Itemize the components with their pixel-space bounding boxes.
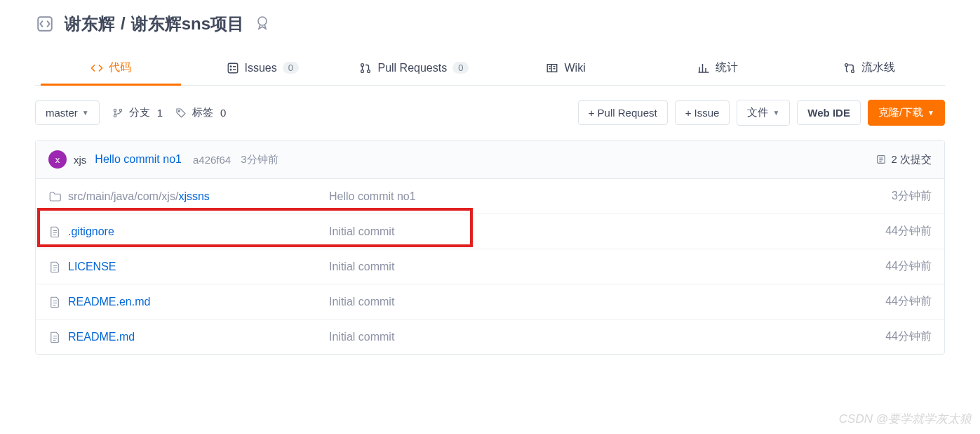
svg-point-6 [361,70,364,72]
new-issue-button[interactable]: + Issue [675,100,730,125]
tab-label: 流水线 [861,60,895,75]
commit-author[interactable]: xjs [74,154,86,166]
repo-name[interactable]: 谢东辉sns项目 [131,13,244,35]
file-name-link[interactable]: LICENSE [68,261,116,273]
file-icon [48,331,61,343]
clone-download-button[interactable]: 克隆/下载 ▼ [868,100,945,126]
svg-point-1 [258,17,267,25]
repo-icon [35,14,55,34]
file-icon [48,261,61,273]
tab-pipeline[interactable]: 流水线 [793,52,945,85]
award-icon[interactable] [254,14,271,34]
tab-label: Pull Requests [377,62,447,74]
repo-title[interactable]: 谢东辉 / 谢东辉sns项目 [65,13,244,35]
file-commit-msg[interactable]: Initial commit [329,296,885,308]
tab-label: 统计 [716,60,738,75]
file-row: .gitignore Initial commit 44分钟前 [36,214,944,249]
svg-point-13 [178,110,180,112]
commit-time: 3分钟前 [241,153,278,166]
svg-point-10 [114,109,116,111]
file-dropdown-button[interactable]: 文件 ▼ [737,100,790,126]
tabs: 代码 Issues 0 Pull Requests 0 Wiki 统计 流水线 [35,52,945,86]
svg-point-3 [230,66,231,67]
tab-label: 代码 [109,60,131,75]
caret-down-icon: ▼ [772,109,779,117]
caret-down-icon: ▼ [927,109,934,117]
file-row: LICENSE Initial commit 44分钟前 [36,249,944,284]
file-commit-msg[interactable]: Initial commit [329,225,885,238]
file-row: README.en.md Initial commit 44分钟前 [36,284,944,320]
title-separator: / [121,14,126,34]
file-panel: x xjs Hello commit no1 a426f64 3分钟前 2 次提… [35,140,945,355]
file-time: 44分钟前 [885,329,932,344]
tag-icon [175,107,187,119]
branch-count-link[interactable]: 分支 1 [112,106,163,119]
file-time: 44分钟前 [885,294,932,309]
tab-stats[interactable]: 统计 [642,52,793,85]
branch-selector[interactable]: master ▼ [35,100,100,125]
file-commit-msg[interactable]: Hello commit no1 [329,190,892,203]
tab-label: Issues [245,62,277,74]
tab-label: Wiki [564,62,585,74]
commits-count-link[interactable]: 2 次提交 [875,153,932,166]
folder-icon [48,190,61,203]
tag-count-link[interactable]: 标签 0 [175,106,226,119]
file-commit-msg[interactable]: Initial commit [329,331,885,343]
file-row: README.md Initial commit 44分钟前 [36,320,944,354]
new-pull-request-button[interactable]: + Pull Request [578,100,668,125]
watermark: CSDN @要学就学灰太狼 [839,411,972,427]
commit-hash[interactable]: a426f64 [193,154,231,166]
file-name-link[interactable]: .gitignore [68,225,114,238]
file-icon [48,296,61,308]
tab-count: 0 [283,62,299,74]
file-commit-msg[interactable]: Initial commit [329,261,885,273]
file-row: src/main/java/com/xjs/xjssns Hello commi… [36,179,944,214]
file-icon [48,225,61,238]
tab-count: 0 [452,62,469,74]
file-time: 3分钟前 [892,189,932,204]
tab-code[interactable]: 代码 [35,52,187,85]
svg-point-4 [230,69,231,70]
svg-point-7 [368,70,370,72]
svg-point-11 [114,114,116,117]
file-name-link[interactable]: README.en.md [68,296,150,308]
file-time: 44分钟前 [885,259,932,274]
web-ide-button[interactable]: Web IDE [797,100,861,125]
file-name-link[interactable]: src/main/java/com/xjs/xjssns [68,190,210,203]
caret-down-icon: ▼ [82,109,89,117]
repo-owner[interactable]: 谢东辉 [65,13,115,35]
svg-point-9 [852,70,854,72]
svg-point-12 [119,109,121,111]
latest-commit-row: x xjs Hello commit no1 a426f64 3分钟前 2 次提… [36,140,944,179]
tab-pull-requests[interactable]: Pull Requests 0 [338,52,490,85]
avatar[interactable]: x [48,150,67,169]
tab-wiki[interactable]: Wiki [490,52,642,85]
commit-message[interactable]: Hello commit no1 [95,153,182,166]
branch-icon [112,107,123,119]
file-time: 44分钟前 [885,224,932,239]
svg-point-8 [845,63,848,66]
commits-icon [875,154,887,165]
svg-point-5 [361,63,364,66]
svg-rect-2 [228,63,238,73]
file-name-link[interactable]: README.md [68,331,135,343]
tab-issues[interactable]: Issues 0 [187,52,338,85]
